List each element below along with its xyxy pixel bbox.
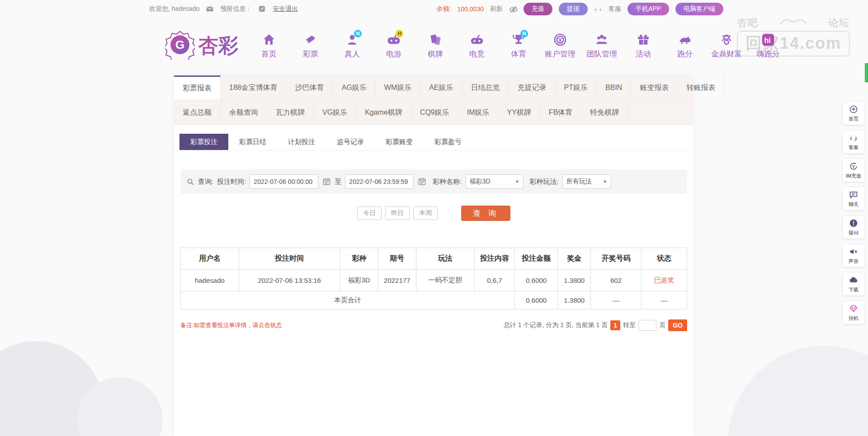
lottery-subnav: 彩票投注 彩票日结 计划投注 追号记录 彩票账变 彩票盈亏 — [174, 134, 693, 150]
float-item-sound[interactable]: 声音 — [843, 244, 864, 267]
tab-yy-boardgames[interactable]: YY棋牌 — [499, 100, 540, 125]
yesterday-button[interactable]: 昨日 — [385, 206, 410, 220]
calendar-icon[interactable] — [322, 177, 331, 186]
tab-wm[interactable]: WM娱乐 — [376, 75, 420, 100]
subtab-plan-bets[interactable]: 计划投注 — [277, 134, 326, 150]
subtab-lottery-daily[interactable]: 彩票日结 — [228, 134, 277, 150]
nav-item-slots[interactable]: H 电游 — [375, 33, 413, 59]
tab-transfer-report[interactable]: 转账报表 — [678, 75, 724, 100]
float-sidebar: 首页 客服 IM充值 聊天 疑问 声音 下载 挂机 — [843, 102, 864, 324]
mobile-app-button[interactable]: 手机APP — [627, 3, 669, 15]
scroll-indicator[interactable] — [865, 63, 868, 82]
chevron-down-icon: ▼ — [603, 179, 607, 184]
recharge-button[interactable]: 充值 — [524, 3, 552, 15]
nav-label: 真人 — [333, 49, 371, 59]
pagination-summary: 总计 1 个记录, 分为 1 页, 当前第 1 页 — [504, 321, 608, 329]
status-badge[interactable]: 已派奖 — [642, 270, 687, 291]
tab-daily-overview[interactable]: 日结总览 — [462, 75, 509, 100]
float-item-home[interactable]: 首页 — [843, 102, 864, 125]
tab-account-change-report[interactable]: 账变报表 — [631, 75, 678, 100]
nav-item-team[interactable]: 团队管理 — [583, 33, 621, 59]
edit-pencil-icon[interactable] — [258, 5, 266, 13]
query-button[interactable]: 查 询 — [461, 206, 510, 221]
exclamation-circle-icon — [849, 221, 858, 229]
tab-temian-boardgames[interactable]: 特免棋牌 — [581, 100, 628, 125]
tab-rebate-total[interactable]: 返点总额 — [174, 100, 221, 125]
site-logo[interactable]: G 杏彩 — [165, 30, 238, 61]
home-icon — [262, 41, 276, 48]
nav-badge-n: N — [520, 30, 528, 38]
tab-bbin[interactable]: BBIN — [597, 75, 631, 100]
nav-item-account[interactable]: 账户管理 — [541, 33, 579, 59]
refresh-link[interactable]: 刷新 — [490, 5, 503, 13]
logout-link[interactable]: 安全退出 — [273, 5, 298, 13]
nav-label: 账户管理 — [541, 49, 579, 59]
summary-label: 本页合计 — [181, 291, 515, 309]
tab-deposit-withdraw-records[interactable]: 充提记录 — [509, 75, 556, 100]
current-page-badge[interactable]: 1 — [610, 320, 620, 330]
play-type-select[interactable]: 所有玩法 ▼ — [562, 174, 611, 189]
tab-im[interactable]: IM娱乐 — [458, 100, 499, 125]
decor-ball — [728, 346, 868, 436]
tripod-icon — [719, 41, 734, 48]
nav-label: 活动 — [624, 49, 662, 59]
nav-item-lottery[interactable]: 彩票 — [292, 33, 330, 59]
float-item-service[interactable]: 客服 — [843, 131, 864, 153]
tab-ag[interactable]: AG娱乐 — [333, 75, 376, 100]
float-item-download[interactable]: 下载 — [843, 273, 864, 295]
nav-item-wealth[interactable]: 金鼎财富 — [708, 33, 745, 59]
tab-wali-boardgames[interactable]: 瓦力棋牌 — [267, 100, 314, 125]
pc-client-button[interactable]: 电脑客户端 — [675, 3, 723, 15]
go-button[interactable]: GO — [668, 319, 687, 331]
nav-item-promotions[interactable]: 活动 — [624, 33, 662, 59]
withdraw-button[interactable]: 提现 — [559, 3, 588, 15]
tab-ae[interactable]: AE娱乐 — [420, 75, 462, 100]
float-item-hangup[interactable]: 挂机 — [843, 301, 864, 324]
ticket-icon — [303, 41, 318, 48]
main-panel: 彩票报表 188金宝博体育 沙巴体育 AG娱乐 WM娱乐 AE娱乐 日结总览 充… — [174, 75, 693, 436]
float-item-chat[interactable]: 聊天 — [843, 188, 864, 210]
calendar-icon[interactable] — [417, 177, 426, 186]
this-week-button[interactable]: 本周 — [413, 206, 438, 220]
tab-188bet-sports[interactable]: 188金宝博体育 — [221, 75, 287, 100]
bets-table: 用户名 投注时间 彩种 期号 玩法 投注内容 投注金额 奖金 开奖号码 状态 h — [180, 248, 687, 309]
nav-item-live[interactable]: N 真人 — [333, 33, 371, 59]
subtab-lottery-bets[interactable]: 彩票投注 — [179, 134, 228, 150]
nav-item-home[interactable]: 首页 — [250, 33, 288, 59]
subtab-lottery-profit-loss[interactable]: 彩票盈亏 — [424, 134, 472, 150]
nav-item-sports[interactable]: N 体育 — [500, 33, 538, 59]
nav-label: 首页 — [250, 49, 288, 59]
search-icon — [187, 178, 194, 186]
nav-item-paofen[interactable]: 跑分 — [666, 33, 704, 59]
float-label: 首页 — [844, 116, 863, 122]
time-from-input[interactable] — [250, 174, 318, 189]
cell-lottery: 福彩3D — [340, 270, 378, 291]
eye-off-icon[interactable] — [509, 5, 517, 13]
today-button[interactable]: 今日 — [357, 206, 382, 220]
gift-icon — [636, 41, 651, 48]
nav-item-hipaofen[interactable]: hi 嗨跑分 — [749, 33, 787, 59]
float-item-im-recharge[interactable]: IM充值 — [843, 159, 864, 182]
tab-fb-sports[interactable]: FB体育 — [540, 100, 581, 125]
tab-kgame[interactable]: Kgame棋牌 — [356, 100, 411, 125]
tab-cq9[interactable]: CQ9娱乐 — [411, 100, 458, 125]
time-to-input[interactable] — [345, 174, 414, 189]
goto-page-input[interactable] — [638, 320, 656, 331]
tab-lottery-report[interactable]: 彩票报表 — [174, 75, 221, 100]
gem-icon — [849, 307, 858, 314]
tab-pt[interactable]: PT娱乐 — [556, 75, 597, 100]
nav-item-boardgames[interactable]: 棋牌 — [416, 33, 454, 59]
nav-label: 电游 — [375, 49, 413, 59]
service-label[interactable]: 客服 — [609, 5, 621, 13]
logo-text: 杏彩 — [198, 33, 238, 59]
subtab-lottery-account-change[interactable]: 彩票账变 — [375, 134, 424, 150]
tab-vg[interactable]: VG娱乐 — [314, 100, 356, 125]
nav-item-esports[interactable]: 电竞 — [458, 33, 496, 59]
float-label: 聊天 — [844, 201, 863, 208]
float-item-question[interactable]: 疑问 — [843, 216, 864, 239]
lottery-select[interactable]: 福彩3D ▼ — [466, 174, 524, 189]
tab-balance-query[interactable]: 余额查询 — [221, 100, 267, 125]
subtab-chase-records[interactable]: 追号记录 — [326, 134, 375, 150]
tab-saba-sports[interactable]: 沙巴体育 — [287, 75, 333, 100]
envelope-icon[interactable] — [206, 5, 214, 13]
